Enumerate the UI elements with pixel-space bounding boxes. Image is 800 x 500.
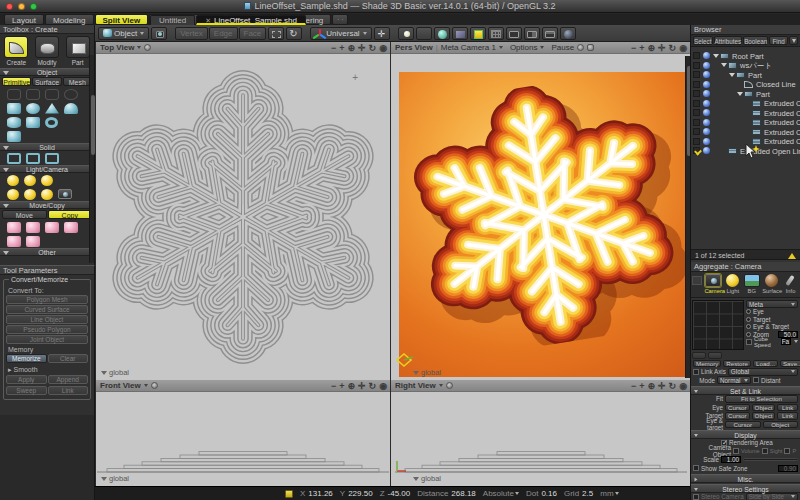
gear-icon[interactable] xyxy=(144,44,151,51)
layer-toggle[interactable] xyxy=(693,81,700,88)
load-button[interactable]: Load... xyxy=(753,360,778,368)
pan-icon[interactable]: ✛ xyxy=(658,42,666,54)
polyline-icon[interactable] xyxy=(26,89,40,100)
distant-checkbox[interactable] xyxy=(753,377,759,383)
cylinder-icon[interactable] xyxy=(7,117,21,128)
toolbox-create-button[interactable]: Create xyxy=(2,36,30,66)
radio-target[interactable]: Target xyxy=(746,316,798,324)
visibility-toggle-icon[interactable] xyxy=(703,62,710,69)
convert-line-object-button[interactable]: Line Object xyxy=(6,315,88,324)
link-button[interactable]: Link xyxy=(777,412,798,420)
bank-next-button[interactable] xyxy=(708,352,722,359)
expander-icon[interactable] xyxy=(721,63,727,67)
viewport-title[interactable]: Pers View xyxy=(395,43,433,52)
visibility-toggle-icon[interactable] xyxy=(703,109,710,116)
pers-viewport-canvas[interactable]: global xyxy=(391,54,690,380)
aggregate-tab-camera[interactable]: Camera xyxy=(704,274,722,294)
layout-view-button[interactable] xyxy=(542,27,558,40)
zoom-value-field[interactable]: 50.0 xyxy=(778,331,798,338)
stack-copy-icon[interactable] xyxy=(26,236,40,247)
stereo-section-header[interactable]: Stereo Settings xyxy=(691,484,800,493)
face-mode-button[interactable]: Face xyxy=(239,27,267,40)
toolbox-modify-button[interactable]: Modify xyxy=(33,36,61,66)
camera-bank-grid[interactable] xyxy=(692,300,744,350)
visibility-toggle-icon[interactable] xyxy=(703,147,710,154)
workspace-tab-layout[interactable]: Layout xyxy=(4,14,44,25)
object-mode-button[interactable]: Object xyxy=(98,27,149,40)
right-viewport-canvas[interactable]: global xyxy=(391,392,690,486)
viewport-zoom-tools[interactable]: −+⊕✛↻◉ xyxy=(331,380,387,392)
layer-toggle[interactable] xyxy=(693,128,700,135)
gear-icon[interactable] xyxy=(151,382,158,389)
subtract-icon[interactable] xyxy=(26,153,40,164)
memorize-button[interactable]: Memorize xyxy=(6,354,47,363)
fit-to-selection-button[interactable]: Fit to Selection xyxy=(725,395,798,403)
viewport-title[interactable]: Right View xyxy=(395,381,436,390)
smooth-apply-button[interactable]: Apply xyxy=(6,375,47,384)
area-light-icon[interactable] xyxy=(7,189,19,200)
rotate-view-icon[interactable]: ↻ xyxy=(669,42,677,54)
convert-pseudo-polygon-button[interactable]: Pseudo Polygon xyxy=(6,325,88,334)
cube-icon[interactable] xyxy=(7,131,21,142)
snapshot-button[interactable] xyxy=(452,27,468,40)
world-view-button[interactable] xyxy=(434,27,450,40)
block-copy-icon[interactable] xyxy=(45,222,59,233)
chevron-down-icon[interactable] xyxy=(144,384,148,387)
p-checkbox[interactable] xyxy=(784,448,790,454)
scale-slider[interactable] xyxy=(743,458,798,461)
coordinate-space-label[interactable]: global xyxy=(101,474,129,483)
point-light-icon[interactable] xyxy=(7,175,19,186)
rotate-view-icon[interactable]: ↻ xyxy=(369,380,377,392)
camera-tool-button[interactable] xyxy=(151,27,167,40)
pers-viewport[interactable]: Pers View | Meta Camera 1 Options Pause … xyxy=(390,42,690,380)
tree-item-part[interactable]: Part xyxy=(691,70,800,80)
clear-button[interactable]: Clear xyxy=(48,354,89,363)
array-copy-icon[interactable] xyxy=(64,222,78,233)
move-button[interactable]: Move xyxy=(2,210,47,219)
object-tab-mesh[interactable]: Mesh xyxy=(63,77,92,86)
front-viewport[interactable]: Front View −+⊕✛↻◉ global xyxy=(95,380,390,486)
layer-toggle[interactable] xyxy=(693,71,700,78)
viewport-zoom-tools[interactable]: −+⊕✛↻◉ xyxy=(631,380,687,392)
visibility-toggle-icon[interactable] xyxy=(703,90,710,97)
copy-button[interactable]: Copy xyxy=(48,210,93,219)
other-section-header[interactable]: Other xyxy=(0,248,94,256)
workspace-overflow-button[interactable]: · · xyxy=(332,14,348,25)
tree-item-extruded-closed[interactable]: Extruded Closed xyxy=(691,118,800,128)
sight-checkbox[interactable] xyxy=(762,448,768,454)
light-tool-button[interactable] xyxy=(398,27,414,40)
rotate-tool-button[interactable]: ↻ xyxy=(286,27,302,40)
path-light-icon[interactable] xyxy=(41,189,53,200)
options-menu[interactable]: Options xyxy=(510,43,538,52)
tree-item-extruded-closed[interactable]: Extruded Closed xyxy=(691,99,800,109)
layer-toggle[interactable] xyxy=(693,62,700,69)
smooth-sweep-button[interactable]: Sweep xyxy=(6,386,47,395)
display-section-header[interactable]: Display xyxy=(691,430,800,439)
fit-view-icon[interactable]: ◉ xyxy=(379,380,387,392)
browser-tab-find[interactable]: Find xyxy=(769,36,788,45)
link-axis-checkbox[interactable] xyxy=(693,369,699,375)
convert-joint-object-button[interactable]: Joint Object xyxy=(6,335,88,344)
marquee-select-button[interactable] xyxy=(268,27,284,40)
filter-icon[interactable] xyxy=(789,36,798,45)
ring-icon[interactable] xyxy=(64,89,78,100)
layer-toggle[interactable] xyxy=(693,147,700,154)
stereo-mode-select[interactable]: Side by Side xyxy=(746,493,798,500)
visibility-toggle-icon[interactable] xyxy=(703,52,710,59)
chevron-down-icon[interactable] xyxy=(515,492,519,495)
comment-icon[interactable] xyxy=(587,44,594,51)
half-dome-icon[interactable] xyxy=(64,103,78,114)
spot-light-icon[interactable] xyxy=(24,175,36,186)
visibility-toggle-icon[interactable] xyxy=(703,81,710,88)
convert-curved-surface-button[interactable]: Curved Surface xyxy=(6,305,88,314)
cube-speed-checkbox[interactable] xyxy=(746,339,752,345)
fit-view-icon[interactable]: ◉ xyxy=(679,380,687,392)
zoom-in-icon[interactable]: + xyxy=(639,42,644,54)
cube-speed-value[interactable]: Fa xyxy=(781,338,791,345)
zoom-in-icon[interactable]: + xyxy=(339,42,344,54)
zoom-out-icon[interactable]: − xyxy=(331,42,336,54)
zoom-copy-icon[interactable] xyxy=(7,222,21,233)
layer-toggle[interactable] xyxy=(693,90,700,97)
wedge-icon[interactable] xyxy=(26,117,40,128)
gear-icon[interactable] xyxy=(446,382,453,389)
